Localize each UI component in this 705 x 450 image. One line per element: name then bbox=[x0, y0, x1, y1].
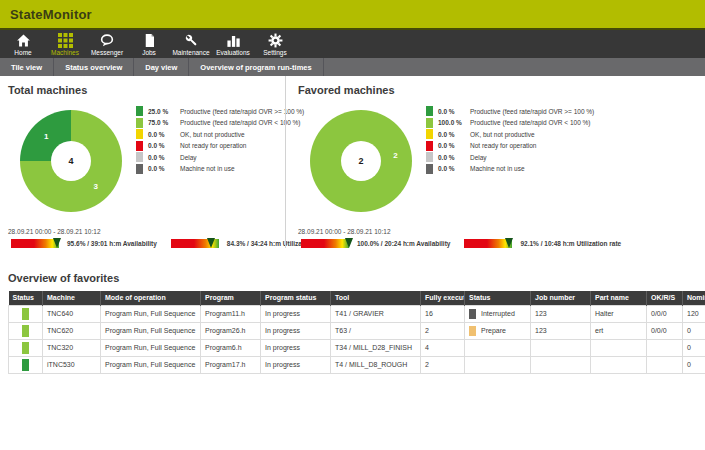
donut-center-value: 4 bbox=[68, 156, 73, 166]
machine-status-swatch bbox=[22, 325, 29, 337]
job-status: Prepare bbox=[465, 322, 531, 339]
fully-executed: 16 bbox=[421, 305, 465, 322]
table-row[interactable]: TNC620 Program Run, Full Sequence Progra… bbox=[9, 322, 705, 339]
nav-label: Jobs bbox=[142, 49, 156, 56]
job-status-label: Interrupted bbox=[481, 310, 515, 317]
nav-label: Maintenance bbox=[172, 49, 209, 56]
donut-segment-label: 3 bbox=[94, 181, 98, 190]
legend-swatch bbox=[136, 164, 143, 174]
tool: T34 / MILL_D28_FINISH bbox=[331, 339, 421, 356]
legend-item: 25.0 %Productive (feed rate/rapid OVR >=… bbox=[136, 106, 304, 116]
nav-item-machines[interactable]: Machines bbox=[44, 30, 86, 58]
machine-name: TNC640 bbox=[43, 305, 101, 322]
job-status-swatch bbox=[469, 360, 476, 370]
legend-label: Productive (feed rate/rapid OVR < 100 %) bbox=[180, 119, 301, 126]
job-status bbox=[465, 356, 531, 373]
legend-label: Delay bbox=[470, 154, 487, 161]
table-row[interactable]: iTNC530 Program Run, Full Sequence Progr… bbox=[9, 356, 705, 373]
col-ok-r-s: OK/R/S bbox=[647, 291, 683, 305]
section-heading: Favored machines bbox=[298, 84, 586, 96]
tab-overview-program-run-times[interactable]: Overview of program run-times bbox=[189, 58, 323, 76]
col-part-name: Part name bbox=[591, 291, 647, 305]
legend-swatch bbox=[426, 118, 433, 128]
mode-of-operation: Program Run, Full Sequence bbox=[101, 322, 201, 339]
legend-pct: 0.0 % bbox=[438, 154, 470, 161]
utilization-gauge: 92.1% / 10:48 h:m Utilization rate bbox=[464, 239, 621, 248]
part-name bbox=[591, 356, 647, 373]
job-status-swatch bbox=[469, 309, 476, 319]
job-number: 123 bbox=[531, 305, 591, 322]
table-row[interactable]: TNC640 Program Run, Full Sequence Progra… bbox=[9, 305, 705, 322]
favored-machines-donut-chart: 2 2 bbox=[310, 110, 412, 212]
col-nominal-quantity: Nominal quantity bbox=[683, 291, 705, 305]
legend-item: 0.0 %Machine not in use bbox=[136, 164, 304, 174]
table-row[interactable]: TNC320 Program Run, Full Sequence Progra… bbox=[9, 339, 705, 356]
mode-of-operation: Program Run, Full Sequence bbox=[101, 356, 201, 373]
legend-pct: 0.0 % bbox=[438, 142, 470, 149]
tab-tile-view[interactable]: Tile view bbox=[0, 58, 54, 76]
legend-pct: 0.0 % bbox=[438, 108, 470, 115]
legend-pct: 0.0 % bbox=[438, 165, 470, 172]
nav-item-jobs[interactable]: Jobs bbox=[128, 30, 170, 58]
gauge-marker bbox=[207, 238, 215, 248]
favorites-table: Status Machine Mode of operation Program… bbox=[8, 291, 705, 374]
donut-hole: 4 bbox=[51, 141, 91, 181]
legend-item: 0.0 %Not ready for operation bbox=[136, 141, 304, 151]
col-program-status: Program status bbox=[261, 291, 331, 305]
part-name: Halter bbox=[591, 305, 647, 322]
legend-label: Delay bbox=[180, 154, 197, 161]
program-status: In progress bbox=[261, 305, 331, 322]
legend-item: 0.0 %Productive (feed rate/rapid OVR >= … bbox=[426, 106, 594, 116]
ok-r-s: 0/0/0 bbox=[647, 305, 683, 322]
legend-item: 0.0 %Not ready for operation bbox=[426, 141, 594, 151]
ok-r-s bbox=[647, 356, 683, 373]
app-title: StateMonitor bbox=[10, 7, 92, 22]
legend-pct: 75.0 % bbox=[148, 119, 180, 126]
program: Program26.h bbox=[201, 322, 261, 339]
ok-r-s: 0/0/0 bbox=[647, 322, 683, 339]
legend: 0.0 %Productive (feed rate/rapid OVR >= … bbox=[426, 106, 594, 212]
messenger-icon bbox=[99, 32, 115, 48]
legend-swatch bbox=[426, 106, 433, 116]
table-heading: Overview of favorites bbox=[8, 272, 705, 284]
part-name bbox=[591, 339, 647, 356]
legend-item: 75.0 %Productive (feed rate/rapid OVR < … bbox=[136, 118, 304, 128]
nav-item-settings[interactable]: Settings bbox=[254, 30, 296, 58]
gauge-bar bbox=[301, 239, 349, 248]
fully-executed: 2 bbox=[421, 356, 465, 373]
total-machines-donut-chart: 4 31 bbox=[20, 110, 122, 212]
machines-icon bbox=[58, 32, 73, 48]
section-favored-machines: Favored machines 2 2 0.0 %Productive (fe… bbox=[286, 76, 586, 248]
legend-pct: 0.0 % bbox=[148, 154, 180, 161]
legend-label: Machine not in use bbox=[180, 165, 235, 172]
legend-swatch bbox=[426, 164, 433, 174]
col-job-status: Status bbox=[465, 291, 531, 305]
tab-status-overview[interactable]: Status overview bbox=[54, 58, 134, 76]
legend-label: OK, but not productive bbox=[180, 131, 245, 138]
job-number bbox=[531, 356, 591, 373]
tab-day-view[interactable]: Day view bbox=[134, 58, 189, 76]
program-status: In progress bbox=[261, 356, 331, 373]
settings-icon bbox=[268, 32, 283, 48]
availability-gauge: 100.0% / 20:24 h:m Availability bbox=[301, 239, 450, 248]
legend-swatch bbox=[426, 141, 433, 151]
donut-segment-label: 1 bbox=[44, 132, 48, 141]
machine-name: TNC320 bbox=[43, 339, 101, 356]
donut-center-value: 2 bbox=[358, 156, 363, 166]
nominal-quantity: 0 bbox=[683, 339, 705, 356]
nav-item-messenger[interactable]: Messenger bbox=[86, 30, 128, 58]
legend-label: Not ready for operation bbox=[470, 142, 536, 149]
section-overview-of-favorites: Overview of favorites Status Machine Mod… bbox=[0, 272, 705, 374]
job-number bbox=[531, 339, 591, 356]
nominal-quantity: 120 bbox=[683, 305, 705, 322]
nav-item-home[interactable]: Home bbox=[2, 30, 44, 58]
machine-status-swatch bbox=[22, 308, 29, 320]
nav-item-maintenance[interactable]: Maintenance bbox=[170, 30, 212, 58]
job-status-label: Prepare bbox=[481, 327, 506, 334]
gauge-bar bbox=[171, 239, 219, 248]
legend: 25.0 %Productive (feed rate/rapid OVR >=… bbox=[136, 106, 304, 212]
nav-item-evaluations[interactable]: Evaluations bbox=[212, 30, 254, 58]
gauges-row: 100.0% / 20:24 h:m Availability 92.1% / … bbox=[298, 239, 586, 248]
legend-label: Not ready for operation bbox=[180, 142, 246, 149]
legend-item: 0.0 %Delay bbox=[426, 152, 594, 162]
